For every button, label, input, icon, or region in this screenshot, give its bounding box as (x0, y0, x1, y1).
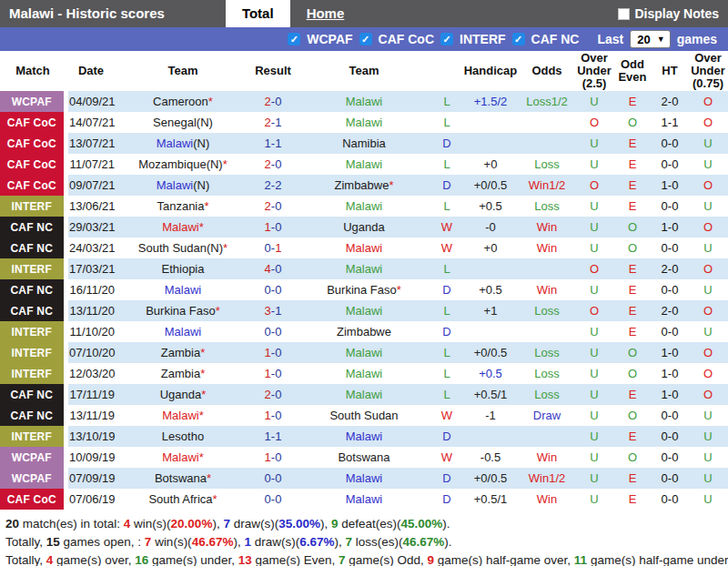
half-time-score-cell: 0-0 (652, 321, 688, 342)
handicap-cell: +1 (462, 300, 519, 321)
over-under-25-cell: U (575, 363, 613, 384)
odd-even-cell: E (613, 196, 652, 217)
wdl-cell: W (431, 405, 462, 426)
over-under-075-cell: U (688, 468, 728, 489)
over-under-25-cell: U (575, 91, 613, 112)
handicap-cell (462, 426, 519, 447)
handicap-cell: +0.5 (462, 363, 519, 384)
half-time-score-cell: 0-0 (652, 468, 688, 489)
half-time-score-cell: 0-0 (652, 279, 688, 300)
handicap-cell: -0.5 (462, 447, 519, 468)
last-label: Last (597, 32, 623, 46)
competition-cell: CAF NC (0, 217, 66, 238)
handicap-odds-cell: Win1/2 (519, 468, 575, 489)
away-team-cell: Malawi (297, 468, 431, 489)
competition-cell: CAF NC (0, 384, 66, 405)
result-cell: 0-0 (249, 468, 297, 489)
away-team-cell: Malawi (297, 154, 431, 175)
over-under-25-cell: U (575, 405, 613, 426)
result-cell: 1-1 (249, 133, 297, 154)
home-team-cell: Malawi(N) (116, 133, 249, 154)
date-cell: 10/09/19 (66, 447, 116, 468)
odd-even-cell: E (613, 91, 652, 112)
home-team-cell: Lesotho (116, 426, 249, 447)
handicap-odds-cell: Loss1/2 (519, 91, 575, 112)
tab-home[interactable]: Home (290, 0, 361, 27)
result-cell: 1-0 (249, 342, 297, 363)
table-row: WCPAF10/09/19Malawi*1-0BotswanaW-0.5WinU… (0, 447, 728, 468)
competition-cell: INTERF (0, 258, 66, 279)
checkbox-checked-icon[interactable]: ✓ (440, 33, 453, 45)
checkbox-checked-icon[interactable]: ✓ (359, 33, 372, 45)
handicap-odds-cell: Loss (519, 300, 575, 321)
half-time-score-cell: 1-0 (652, 217, 688, 238)
table-row: CAF NC24/03/21South Sudan(N)*0-1MalawiW+… (0, 238, 728, 258)
half-time-score-cell: 0-0 (652, 154, 688, 175)
result-cell: 0-0 (249, 321, 297, 342)
table-row: CAF NC13/11/19Malawi*1-0South SudanW-1Dr… (0, 405, 728, 426)
home-team-cell: Malawi (116, 321, 249, 342)
display-notes-checkbox[interactable] (618, 8, 630, 20)
home-team-cell: South Sudan(N)* (116, 238, 249, 258)
over-under-075-cell: U (688, 238, 728, 258)
checkbox-checked-icon[interactable]: ✓ (512, 33, 525, 45)
handicap-odds-cell: Win (519, 447, 575, 468)
tab-total[interactable]: Total (226, 0, 290, 27)
display-notes-label: Display Notes (634, 6, 719, 21)
checkbox-checked-icon[interactable]: ✓ (288, 33, 300, 45)
result-cell: 2-0 (249, 384, 297, 405)
date-cell: 13/10/19 (66, 426, 116, 447)
half-time-score-cell: 2-0 (652, 300, 688, 321)
competition-cell: WCPAF (0, 447, 66, 468)
odd-even-cell: E (613, 300, 652, 321)
over-under-075-cell: O (688, 112, 728, 133)
result-cell: 4-0 (249, 258, 297, 279)
odd-even-cell: E (613, 489, 652, 510)
date-cell: 07/09/19 (66, 468, 116, 489)
wdl-cell: L (431, 342, 462, 363)
handicap-odds-cell: Loss (519, 363, 575, 384)
games-count-select[interactable]: 20 ▼ (630, 30, 670, 48)
table-row: INTERF12/03/20Zambia*1-0MalawiL+0.5LossU… (0, 363, 728, 384)
away-team-cell: Namibia (297, 133, 431, 154)
odd-even-cell: O (613, 238, 652, 258)
wdl-cell: L (431, 363, 462, 384)
date-cell: 07/10/20 (66, 342, 116, 363)
handicap-cell: +0/0.5 (462, 342, 519, 363)
table-row: INTERF07/10/20Zambia*1-0MalawiL+0/0.5Los… (0, 342, 728, 363)
away-team-cell: Malawi (297, 238, 431, 258)
over-under-075-cell: O (688, 300, 728, 321)
home-advantage-star: * (389, 178, 393, 192)
handicap-odds-cell (519, 133, 575, 154)
column-header: Odd Even (613, 51, 652, 91)
competition-cell: CAF NC (0, 238, 66, 258)
half-time-score-cell: 0-0 (652, 447, 688, 468)
wdl-cell: D (431, 279, 462, 300)
competition-filter-label: WCPAF (307, 32, 352, 46)
result-cell: 1-1 (249, 426, 297, 447)
half-time-score-cell: 0-0 (652, 238, 688, 258)
handicap-odds-cell (519, 112, 575, 133)
home-team-cell: Burkina Faso* (116, 300, 249, 321)
table-row: CAF NC16/11/20Malawi0-0Burkina Faso*D+0.… (0, 279, 728, 300)
competition-cell: CAF CoC (0, 133, 66, 154)
handicap-odds-cell: Win1/2 (519, 175, 575, 196)
column-header: Over Under (2.5) (575, 51, 613, 91)
half-time-score-cell: 0-0 (652, 405, 688, 426)
over-under-075-cell: U (688, 321, 728, 342)
over-under-075-cell: O (688, 91, 728, 112)
away-team-cell: South Sudan (297, 405, 431, 426)
wdl-cell: L (431, 91, 462, 112)
over-under-25-cell: U (575, 447, 613, 468)
handicap-cell: +0/0.5 (462, 468, 519, 489)
table-row: CAF CoC09/07/21Malawi(N)2-2Zimbabwe*D+0/… (0, 175, 728, 196)
over-under-25-cell: U (575, 154, 613, 175)
table-row: CAF CoC14/07/21Senegal(N)2-1MalawiLOO1-1… (0, 112, 728, 133)
handicap-cell: +0 (462, 238, 519, 258)
wdl-cell: W (431, 447, 462, 468)
table-row: CAF NC13/11/20Burkina Faso*3-1MalawiL+1L… (0, 300, 728, 321)
handicap-cell: +0.5 (462, 196, 519, 217)
away-team-cell: Botswana (297, 447, 431, 468)
away-team-cell: Burkina Faso* (297, 279, 431, 300)
over-under-075-cell: U (688, 133, 728, 154)
